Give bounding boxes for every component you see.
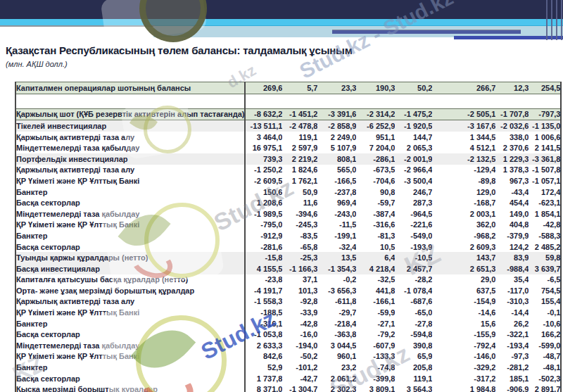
cell-value: -1 304,7 bbox=[282, 384, 317, 392]
cell-value: -0,2 bbox=[317, 274, 356, 286]
cell-value: -2 032,6 bbox=[495, 120, 529, 132]
cell-value: 3 564,3 bbox=[395, 384, 432, 392]
cell-value: -594,8 bbox=[395, 329, 432, 340]
cell-value: 3 639,7 bbox=[529, 263, 561, 274]
cell-value: -2 314,2 bbox=[356, 108, 395, 120]
cell-value: -363,8 bbox=[317, 329, 356, 340]
cell-value: 190,3 bbox=[356, 82, 395, 94]
cell-value: -27,1 bbox=[356, 318, 395, 329]
cell-value: 1 984,8 bbox=[432, 384, 495, 392]
table-row: Қаржылық активтерді таза алу3 464,0119,1… bbox=[15, 132, 561, 143]
cell-value: 1 378,3 bbox=[495, 165, 529, 176]
cell-value: -1 057,1 bbox=[529, 175, 561, 186]
cell-value: -3 656,3 bbox=[317, 285, 356, 296]
cell-value: -101,2 bbox=[282, 362, 317, 373]
cell-value: 1 824,6 bbox=[282, 165, 317, 176]
cell-value: -28,2 bbox=[395, 274, 432, 286]
row-label: Банктер bbox=[15, 186, 245, 198]
cell-value: -33,9 bbox=[282, 307, 317, 318]
cell-value: -3 391,6 bbox=[317, 108, 356, 120]
cell-value: -1 053,8 bbox=[245, 329, 282, 340]
cell-value: -15,8 bbox=[245, 252, 282, 263]
cell-value: -968,2 bbox=[432, 230, 495, 241]
row-label: Капиталмен операциялар шотының балансы bbox=[15, 82, 245, 94]
table-row: Қысқа мерзімді борыштық құралдар8 371,0-… bbox=[15, 384, 561, 392]
cell-value: 37,1 bbox=[282, 274, 317, 286]
cell-value: 287,3 bbox=[395, 197, 432, 208]
row-label: Қаржылық активтерді таза алу bbox=[15, 296, 245, 308]
cell-value: -1 475,2 bbox=[395, 108, 432, 120]
cell-value: 10,5 bbox=[356, 241, 395, 253]
cell-value: -42,8 bbox=[282, 318, 317, 329]
row-label: Міндеттемелерді таза қабылдау bbox=[15, 340, 245, 351]
cell-value: -399,8 bbox=[356, 373, 395, 384]
cell-value: -92,8 bbox=[282, 296, 317, 308]
cell-value: 2 370,6 bbox=[495, 142, 529, 153]
cell-value: -1 078,4 bbox=[395, 285, 432, 296]
cell-value: -199,1 bbox=[317, 230, 356, 241]
cell-value: -394,6 bbox=[282, 208, 317, 220]
cell-value: 3 044,5 bbox=[317, 340, 356, 351]
cell-value: 23,2 bbox=[317, 362, 356, 373]
cell-value: 565,0 bbox=[317, 165, 356, 176]
cell-value: 124,2 bbox=[495, 241, 529, 253]
header-accent-bar-slate bbox=[332, 30, 521, 34]
cell-value: -281,2 bbox=[495, 362, 529, 373]
cell-value: -1 451,2 bbox=[282, 108, 317, 120]
cell-value: -797,3 bbox=[529, 108, 561, 120]
cell-value: -194,0 bbox=[282, 340, 317, 351]
cell-value: -316,1 bbox=[245, 318, 282, 329]
cell-value: -673,5 bbox=[356, 165, 395, 176]
cell-value: 2 302,3 bbox=[317, 384, 356, 392]
cell-value: -146,0 bbox=[432, 351, 495, 362]
cell-value: -2 478,8 bbox=[282, 120, 317, 132]
cell-value: -316,6 bbox=[356, 220, 395, 231]
cell-value: 1 208,6 bbox=[245, 197, 282, 208]
cell-value: 362,0 bbox=[432, 220, 495, 231]
cell-value: 2 061,2 bbox=[317, 373, 356, 384]
cell-value: 12,3 bbox=[495, 82, 529, 94]
cell-value: 967,3 bbox=[495, 175, 529, 186]
cell-value: 960,1 bbox=[317, 351, 356, 362]
cell-value: 5,7 bbox=[282, 82, 317, 94]
cell-value: 1 854,1 bbox=[529, 208, 561, 220]
table-row: Қаржылық активтерді таза алу-1 250,21 82… bbox=[15, 165, 561, 176]
table-row: Банктер52,9-101,223,2-74,8205,8-329,2-28… bbox=[15, 362, 561, 373]
cell-value: -188,5 bbox=[245, 307, 282, 318]
cell-value: 65,9 bbox=[395, 351, 432, 362]
cell-value: -1 250,2 bbox=[245, 165, 282, 176]
cell-value: -795,0 bbox=[245, 220, 282, 231]
cell-value: 1 006,6 bbox=[529, 132, 561, 143]
cell-value: -48,1 bbox=[529, 362, 561, 373]
cell-value: 50,9 bbox=[282, 186, 317, 198]
table-row: Банктер-316,1-42,8-218,4-27,1-27,815,626… bbox=[15, 318, 561, 329]
cell-value: -1 920,5 bbox=[395, 120, 432, 132]
cell-value: 4 155,5 bbox=[245, 263, 282, 274]
row-label: ҚР Үкіметі және ҚР Ұлттық Банкі bbox=[15, 175, 245, 186]
cell-value: -687,6 bbox=[395, 296, 432, 308]
cell-value: -6 252,9 bbox=[356, 120, 395, 132]
cell-value: -13 511,1 bbox=[245, 120, 282, 132]
cell-value: 8 371,0 bbox=[245, 384, 282, 392]
cell-value: 3 464,0 bbox=[245, 132, 282, 143]
cell-value: 338,0 bbox=[495, 132, 529, 143]
table-spacer-row bbox=[15, 94, 561, 108]
cell-value: -59,9 bbox=[356, 307, 395, 318]
cell-value: 59,8 bbox=[529, 252, 561, 263]
cell-value: -81,3 bbox=[356, 230, 395, 241]
row-label: Басқа секторлар bbox=[15, 329, 245, 340]
cell-value: 26,2 bbox=[495, 318, 529, 329]
cell-value: 441,8 bbox=[356, 285, 395, 296]
cell-value: -155,9 bbox=[432, 329, 495, 340]
row-label: ҚР Үкіметі және ҚР Ұлттық Банкі bbox=[15, 307, 245, 318]
page-title: Қазақстан Республикасының төлем балансы:… bbox=[6, 44, 353, 56]
cell-value: -704,6 bbox=[356, 175, 395, 186]
cell-value: 951,1 bbox=[356, 132, 395, 143]
cell-value: -912,9 bbox=[245, 230, 282, 241]
row-label: ҚР Үкіметі және ҚР Ұлттық Банкі bbox=[15, 220, 245, 231]
cell-value: -25,3 bbox=[282, 252, 317, 263]
cell-value: 2 249,0 bbox=[317, 132, 356, 143]
cell-value: 150,6 bbox=[245, 186, 282, 198]
cell-value: 1 344,5 bbox=[432, 132, 495, 143]
cell-value: 1 737,8 bbox=[245, 373, 282, 384]
